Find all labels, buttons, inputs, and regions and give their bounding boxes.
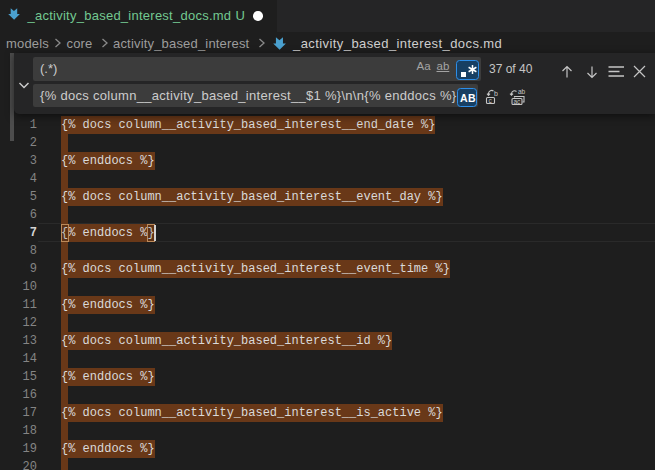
svg-text:ab: ab — [518, 89, 526, 95]
svg-text:ac: ac — [514, 98, 522, 105]
svg-text:b: b — [494, 90, 498, 97]
